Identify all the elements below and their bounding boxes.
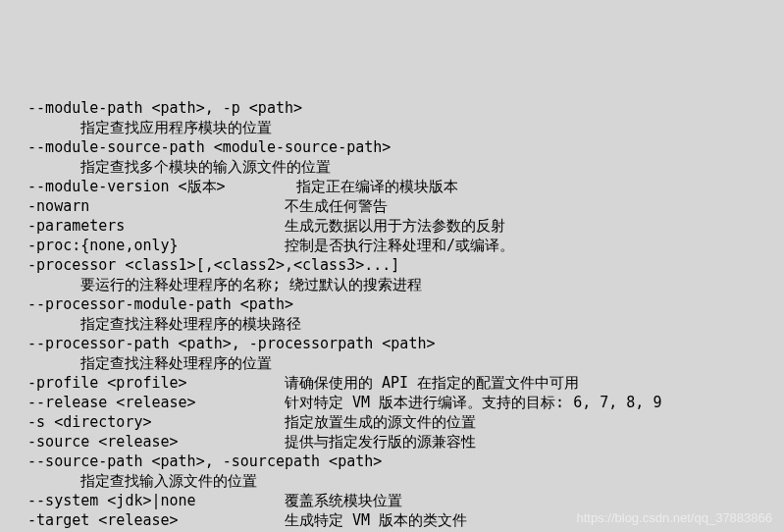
help-line: 指定查找应用程序模块的位置 bbox=[10, 119, 272, 136]
help-line: -processor <class1>[,<class2>,<class3>..… bbox=[10, 256, 399, 274]
help-line: -s <directory> 指定放置生成的源文件的位置 bbox=[10, 413, 476, 431]
help-line: --module-version <版本> 指定正在编译的模块版本 bbox=[10, 178, 458, 195]
help-line: --module-source-path <module-source-path… bbox=[10, 138, 391, 156]
help-text-block: --module-path <path>, -p <path> 指定查找应用程序… bbox=[0, 79, 784, 532]
help-line: 指定查找注释处理程序的模块路径 bbox=[10, 315, 301, 333]
help-line: -parameters 生成元数据以用于方法参数的反射 bbox=[10, 217, 505, 235]
help-line: -target <release> 生成特定 VM 版本的类文件 bbox=[10, 511, 467, 529]
help-line: -profile <profile> 请确保使用的 API 在指定的配置文件中可… bbox=[10, 374, 579, 392]
help-line: -proc:{none,only} 控制是否执行注释处理和/或编译。 bbox=[10, 237, 514, 254]
help-line: --module-path <path>, -p <path> bbox=[10, 99, 302, 117]
help-line: --source-path <path>, -sourcepath <path> bbox=[10, 452, 382, 470]
help-line: -source <release> 提供与指定发行版的源兼容性 bbox=[10, 433, 476, 451]
help-line: --processor-path <path>, -processorpath … bbox=[10, 335, 435, 352]
help-line: -nowarn 不生成任何警告 bbox=[10, 197, 388, 215]
help-line: 指定查找注释处理程序的位置 bbox=[10, 354, 272, 372]
help-line: --processor-module-path <path> bbox=[10, 295, 293, 313]
help-line: 指定查找多个模块的输入源文件的位置 bbox=[10, 158, 331, 176]
help-line: 指定查找输入源文件的位置 bbox=[10, 472, 257, 490]
help-line: --system <jdk>|none 覆盖系统模块位置 bbox=[10, 492, 402, 509]
help-line: --release <release> 针对特定 VM 版本进行编译。支持的目标… bbox=[10, 394, 661, 411]
help-line: 要运行的注释处理程序的名称; 绕过默认的搜索进程 bbox=[10, 276, 422, 293]
